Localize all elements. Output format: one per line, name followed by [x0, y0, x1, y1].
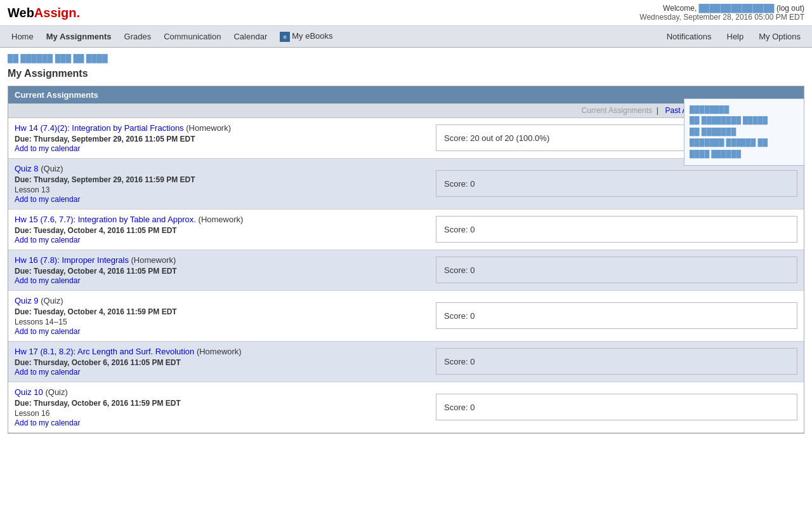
assignment-due-quiz10: Due: Thursday, October 6, 2016 11:59 PM … — [15, 399, 423, 408]
nav-communication[interactable]: Communication — [157, 27, 227, 46]
calendar-link-hw16[interactable]: Add to my calendar — [15, 276, 80, 285]
assignment-name-quiz10: Quiz 10 (Quiz) — [15, 387, 423, 397]
logo-assign: Assign — [34, 6, 77, 20]
score-box-hw17: Score: 0 — [436, 348, 797, 375]
header: WebAssign. Welcome, ██████████████ (log … — [0, 0, 812, 26]
assignment-calendar-quiz9: Add to my calendar — [15, 326, 423, 336]
assignment-left-hw14: Hw 14 (7.4)(2): Integration by Partial F… — [8, 118, 429, 158]
calendar-link-hw17[interactable]: Add to my calendar — [15, 368, 80, 377]
page-title: My Assignments — [8, 68, 804, 79]
date-line: Wednesday, September 28, 2016 05:00 PM E… — [639, 13, 804, 22]
assignment-extra-quiz9: Lessons 14--15 — [15, 318, 423, 326]
assignment-link-hw16[interactable]: Hw 16 (7.8): Improper Integrals — [15, 255, 129, 265]
assignment-name-hw14: Hw 14 (7.4)(2): Integration by Partial F… — [15, 123, 423, 133]
assignment-row-quiz10: Quiz 10 (Quiz) Due: Thursday, October 6,… — [8, 382, 804, 433]
assignment-calendar-quiz10: Add to my calendar — [15, 418, 423, 427]
welcome-line: Welcome, ██████████████ (log out) — [639, 4, 804, 13]
assignment-due-quiz9: Due: Tuesday, October 4, 2016 11:59 PM E… — [15, 307, 423, 316]
assignment-type-hw15: (Homework) — [199, 215, 244, 224]
nav-home[interactable]: Home — [5, 27, 40, 46]
assignment-left-hw17: Hw 17 (8.1, 8.2): Arc Length and Surf. R… — [8, 342, 429, 382]
assignment-extra-quiz10: Lesson 16 — [15, 409, 423, 418]
assignment-link-hw17[interactable]: Hw 17 (8.1, 8.2): Arc Length and Surf. R… — [15, 347, 194, 356]
info-line2: ██ ████████ █████ — [690, 115, 799, 126]
assignment-type-hw17: (Homework) — [197, 347, 242, 356]
nav-left: Home My Assignments Grades Communication… — [5, 26, 339, 47]
logo-dot: . — [77, 6, 81, 20]
info-box: ████████ ██ ████████ █████ ██ ███████ ██… — [684, 98, 804, 166]
assignment-type-hw14: (Homework) — [186, 123, 231, 133]
nav-my-options[interactable]: My Options — [752, 27, 807, 46]
assignment-due-hw16: Due: Tuesday, October 4, 2016 11:05 PM E… — [15, 267, 423, 276]
assignment-link-hw14[interactable]: Hw 14 (7.4)(2): Integration by Partial F… — [15, 123, 184, 133]
nav-calendar[interactable]: Calendar — [227, 27, 273, 46]
header-right: Welcome, ██████████████ (log out) Wednes… — [639, 4, 804, 22]
info-line1: ████████ — [690, 104, 799, 116]
assignment-left-hw15: Hw 15 (7.6, 7.7): Integration by Table a… — [8, 210, 429, 250]
assignment-right-quiz9: Score: 0 — [429, 291, 804, 341]
filter-current-label: Current Assignments — [582, 106, 652, 115]
assignment-type-quiz8: (Quiz) — [41, 164, 63, 173]
score-box-hw15: Score: 0 — [436, 216, 797, 243]
calendar-link-quiz8[interactable]: Add to my calendar — [15, 195, 80, 204]
content-area: ████████ ██ ████████ █████ ██ ███████ ██… — [0, 48, 812, 440]
welcome-text: Welcome, — [663, 4, 697, 13]
logo: WebAssign. — [8, 6, 80, 20]
info-line5: ████ ██████ — [690, 149, 799, 160]
calendar-link-hw14[interactable]: Add to my calendar — [15, 144, 80, 153]
breadcrumb: ██ ██████ ███ ██ ████ — [8, 54, 804, 63]
ebooks-icon: e — [280, 32, 290, 42]
username: ██████████████ — [699, 4, 775, 13]
assignment-calendar-hw17: Add to my calendar — [15, 367, 423, 377]
score-box-quiz8: Score: 0 — [436, 170, 797, 197]
calendar-link-quiz10[interactable]: Add to my calendar — [15, 418, 80, 427]
main-content: ████████ ██ ████████ █████ ██ ███████ ██… — [0, 48, 812, 440]
assignment-link-quiz9[interactable]: Quiz 9 — [15, 296, 39, 305]
nav-my-assignments[interactable]: My Assignments — [40, 27, 118, 46]
assignment-row-hw15: Hw 15 (7.6, 7.7): Integration by Table a… — [8, 210, 804, 250]
assignment-due-hw15: Due: Tuesday, October 4, 2016 11:05 PM E… — [15, 226, 423, 235]
assignment-extra-quiz8: Lesson 13 — [15, 185, 423, 194]
assignment-row-quiz9: Quiz 9 (Quiz) Due: Tuesday, October 4, 2… — [8, 291, 804, 342]
assignment-name-hw15: Hw 15 (7.6, 7.7): Integration by Table a… — [15, 215, 423, 224]
info-line4: ███████ ██████ ██ — [690, 137, 799, 149]
assignment-row-quiz8: Quiz 8 (Quiz) Due: Thursday, September 2… — [8, 159, 804, 210]
assignment-name-hw17: Hw 17 (8.1, 8.2): Arc Length and Surf. R… — [15, 347, 423, 356]
assignment-row-hw16: Hw 16 (7.8): Improper Integrals (Homewor… — [8, 250, 804, 291]
assignment-right-hw15: Score: 0 — [429, 210, 804, 250]
assignment-link-hw15[interactable]: Hw 15 (7.6, 7.7): Integration by Table a… — [15, 215, 196, 224]
assignment-right-hw17: Score: 0 — [429, 342, 804, 382]
logo-web: Web — [8, 6, 34, 20]
assignment-name-hw16: Hw 16 (7.8): Improper Integrals (Homewor… — [15, 255, 423, 265]
logout-link[interactable]: (log out) — [776, 4, 804, 13]
assignment-calendar-hw16: Add to my calendar — [15, 276, 423, 285]
info-line3: ██ ███████ — [690, 126, 799, 138]
nav-grades[interactable]: Grades — [118, 27, 158, 46]
assignment-right-quiz8: Score: 0 — [429, 159, 804, 209]
assignment-left-quiz8: Quiz 8 (Quiz) Due: Thursday, September 2… — [8, 159, 429, 209]
assignment-left-quiz10: Quiz 10 (Quiz) Due: Thursday, October 6,… — [8, 382, 429, 432]
nav-my-ebooks[interactable]: eMy eBooks — [273, 26, 339, 47]
assignment-name-quiz9: Quiz 9 (Quiz) — [15, 296, 423, 305]
score-box-quiz9: Score: 0 — [436, 302, 797, 329]
assignment-calendar-hw15: Add to my calendar — [15, 235, 423, 244]
assignment-link-quiz10[interactable]: Quiz 10 — [15, 387, 43, 397]
score-box-quiz10: Score: 0 — [436, 394, 797, 420]
nav-notifications[interactable]: Notifications — [660, 27, 718, 46]
assignment-due-hw17: Due: Thursday, October 6, 2016 11:05 PM … — [15, 358, 423, 367]
assignment-link-quiz8[interactable]: Quiz 8 — [15, 164, 39, 173]
assignment-type-hw16: (Homework) — [131, 255, 176, 265]
assignment-type-quiz10: (Quiz) — [45, 387, 67, 397]
calendar-link-quiz9[interactable]: Add to my calendar — [15, 327, 80, 336]
navbar: Home My Assignments Grades Communication… — [0, 26, 812, 48]
nav-help[interactable]: Help — [721, 27, 750, 46]
nav-right: Notifications Help My Options — [660, 27, 807, 46]
assignment-type-quiz9: (Quiz) — [41, 296, 63, 305]
assignment-name-quiz8: Quiz 8 (Quiz) — [15, 164, 423, 173]
assignment-calendar-quiz8: Add to my calendar — [15, 194, 423, 204]
assignment-right-hw16: Score: 0 — [429, 250, 804, 290]
assignment-calendar-hw14: Add to my calendar — [15, 144, 423, 153]
calendar-link-hw15[interactable]: Add to my calendar — [15, 236, 80, 244]
assignment-due-quiz8: Due: Thursday, September 29, 2016 11:59 … — [15, 175, 423, 184]
assignment-row-hw17: Hw 17 (8.1, 8.2): Arc Length and Surf. R… — [8, 342, 804, 382]
